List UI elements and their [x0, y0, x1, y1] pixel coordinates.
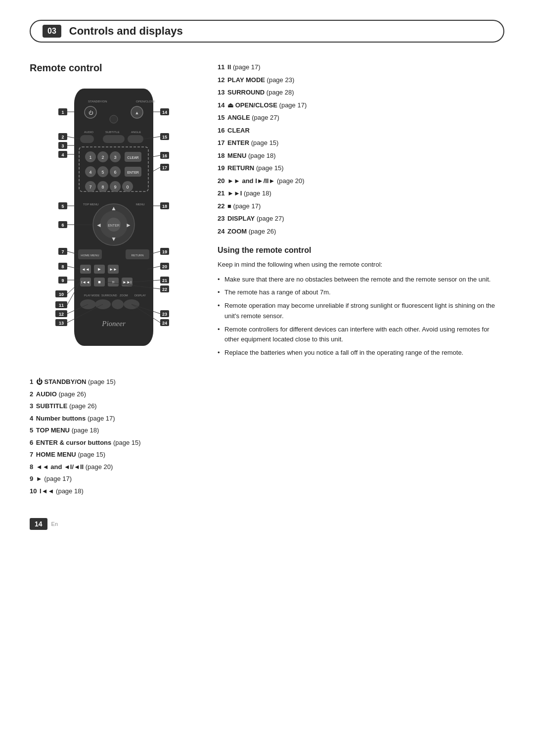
right-item-22: 22 ■ (page 17): [218, 201, 504, 211]
svg-rect-11: [80, 135, 94, 143]
svg-text:►►: ►►: [109, 267, 117, 272]
svg-rect-13: [128, 135, 143, 143]
svg-text:1: 1: [61, 110, 64, 115]
using-intro: Keep in mind the following when using th…: [218, 260, 504, 270]
svg-text:3: 3: [114, 155, 116, 160]
svg-text:CLEAR: CLEAR: [127, 156, 138, 159]
right-item-21: 21 ►►I (page 18): [218, 189, 504, 198]
right-desc-list: 11 II (page 17) 12 PLAY MODE (page 23) 1…: [218, 62, 504, 236]
svg-point-7: [110, 115, 118, 123]
svg-text:7: 7: [89, 185, 91, 189]
svg-text:OPEN/CLOSE: OPEN/CLOSE: [136, 100, 155, 103]
right-item-12: 12 PLAY MODE (page 23): [218, 75, 504, 85]
chapter-header: 03 Controls and displays: [30, 20, 504, 43]
right-item-19: 19 RETURN (page 15): [218, 163, 504, 173]
desc-item-7: 7 HOME MENU (page 15): [30, 450, 198, 460]
remote-control-title: Remote control: [30, 62, 198, 74]
svg-text:20: 20: [162, 264, 167, 269]
svg-text:4: 4: [61, 152, 64, 157]
desc-item-5: 5 TOP MENU (page 18): [30, 425, 198, 435]
right-item-16: 16 CLEAR: [218, 126, 504, 136]
svg-text:5: 5: [61, 204, 64, 209]
right-item-17: 17 ENTER (page 15): [218, 138, 504, 148]
svg-text:ANGLE: ANGLE: [131, 131, 141, 134]
svg-text:8: 8: [101, 185, 104, 189]
svg-point-73: [112, 299, 124, 309]
right-item-11: 11 II (page 17): [218, 62, 504, 72]
desc-item-10: 10 I◄◄ (page 18): [30, 486, 198, 496]
page-container: 03 Controls and displays Remote control …: [0, 0, 534, 560]
svg-text:13: 13: [59, 321, 64, 326]
svg-text:3: 3: [61, 143, 64, 148]
svg-text:▲: ▲: [111, 205, 117, 212]
page-lang: En: [51, 521, 58, 527]
svg-text:11: 11: [59, 303, 64, 308]
using-section: Using the remote control Keep in mind th…: [218, 246, 504, 358]
right-item-14: 14 ⏏ OPEN/CLOSE (page 17): [218, 100, 504, 110]
svg-text:Pioneer: Pioneer: [101, 320, 126, 328]
desc-item-1: 1 ⏻ STANDBY/ON (page 15): [30, 377, 198, 387]
svg-text:14: 14: [162, 110, 167, 115]
svg-text:2: 2: [61, 135, 64, 140]
svg-text:▼: ▼: [111, 236, 117, 242]
page-number: 14: [30, 518, 47, 530]
right-item-13: 13 SURROUND (page 28): [218, 88, 504, 97]
desc-item-8: 8 ◄◄ and ◄I/◄II (page 20): [30, 462, 198, 472]
svg-text:II: II: [112, 280, 114, 284]
using-title: Using the remote control: [218, 246, 504, 255]
svg-text:DISPLAY: DISPLAY: [134, 294, 146, 297]
svg-text:ZOOM: ZOOM: [120, 294, 128, 297]
svg-text:15: 15: [162, 135, 167, 140]
right-item-23: 23 DISPLAY (page 27): [218, 214, 504, 224]
left-desc-list: 1 ⏻ STANDBY/ON (page 15) 2 AUDIO (page 2…: [30, 377, 198, 496]
right-item-18: 18 MENU (page 18): [218, 151, 504, 161]
svg-text:RETURN: RETURN: [132, 254, 144, 257]
svg-text:10: 10: [59, 292, 64, 297]
svg-text:2: 2: [101, 155, 104, 160]
svg-text:HOME MENU: HOME MENU: [81, 254, 99, 257]
svg-text:21: 21: [162, 278, 167, 283]
bullet-item-5: Replace the batteries when you notice a …: [218, 348, 504, 358]
desc-item-3: 3 SUBTITLE (page 26): [30, 401, 198, 411]
desc-item-9: 9 ► (page 17): [30, 474, 198, 484]
bullet-item-2: The remote has a range of about 7m.: [218, 287, 504, 298]
svg-text:19: 19: [162, 249, 167, 254]
svg-text:TOP MENU: TOP MENU: [83, 203, 98, 206]
chapter-title: Controls and displays: [69, 25, 183, 38]
svg-text:6: 6: [114, 170, 116, 175]
svg-text:SURROUND: SURROUND: [101, 294, 117, 297]
right-item-20: 20 ►► and I►/II► (page 20): [218, 176, 504, 186]
svg-text:22: 22: [162, 287, 167, 292]
svg-text:►: ►: [126, 222, 132, 229]
svg-text:■: ■: [98, 280, 100, 284]
svg-line-123: [152, 155, 160, 157]
desc-item-2: 2 AUDIO (page 26): [30, 389, 198, 399]
svg-text:8: 8: [61, 264, 64, 269]
left-column: Remote control STANDBY/ON OPEN/CLOSE ⏻: [30, 62, 198, 498]
svg-line-126: [152, 167, 160, 172]
desc-item-6: 6 ENTER & cursor buttons (page 15): [30, 438, 198, 448]
svg-rect-12: [103, 135, 125, 143]
remote-svg: STANDBY/ON OPEN/CLOSE ⏻ ▲ AUDIO SUBTITL: [44, 84, 183, 366]
right-item-15: 15 ANGLE (page 27): [218, 113, 504, 123]
svg-text:⏻: ⏻: [89, 110, 93, 115]
chapter-number: 03: [43, 25, 61, 38]
svg-text:SUBTITLE: SUBTITLE: [105, 131, 120, 134]
svg-text:9: 9: [114, 185, 116, 189]
svg-text:STANDBY/ON: STANDBY/ON: [88, 100, 107, 103]
svg-text:24: 24: [162, 321, 167, 326]
svg-text:16: 16: [162, 153, 167, 158]
main-content: Remote control STANDBY/ON OPEN/CLOSE ⏻: [30, 62, 504, 498]
bullet-list: Make sure that there are no obstacles be…: [218, 275, 504, 359]
bullet-item-1: Make sure that there are no obstacles be…: [218, 275, 504, 285]
desc-item-4: 4 Number buttons (page 17): [30, 414, 198, 424]
svg-text:ENTER: ENTER: [108, 224, 120, 227]
bullet-item-4: Remote controllers for different devices…: [218, 325, 504, 345]
svg-text:17: 17: [162, 165, 167, 170]
svg-text:18: 18: [162, 204, 167, 209]
svg-text:►►I: ►►I: [123, 280, 132, 284]
svg-text:5: 5: [101, 170, 104, 175]
svg-text:PLAY MODE: PLAY MODE: [84, 294, 100, 297]
right-column: 11 II (page 17) 12 PLAY MODE (page 23) 1…: [218, 62, 504, 498]
svg-text:23: 23: [162, 312, 167, 317]
